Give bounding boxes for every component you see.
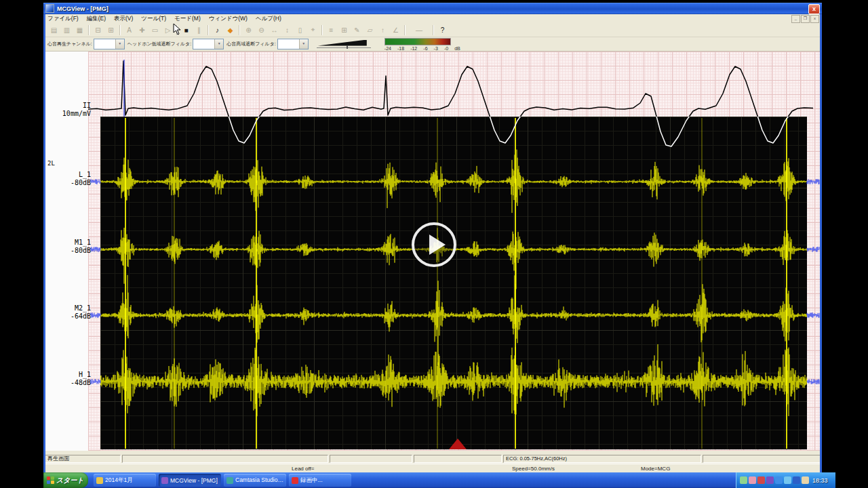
sound-highcut-filter-label: 心音高域遮断フィルタ: <box>226 41 276 47</box>
title-bar: MCGView - [PMG] x <box>43 3 822 14</box>
jump-button[interactable]: ↑ <box>376 24 389 36</box>
taskbar-task-1[interactable]: 2014年1月 <box>94 474 156 487</box>
grid-button[interactable]: ⊞ <box>338 24 351 36</box>
sound-toolbar: 心音再生チャンネル: ▼ ヘッドホン低域遮断フィルタ: ▼ 心音高域遮断フィルタ… <box>43 37 822 52</box>
db-scale: -24-18-12-6-3-0dB <box>384 46 460 51</box>
status-mode-cell: 再生画面 <box>45 455 121 463</box>
db-tick: -3 <box>434 46 438 51</box>
list-button[interactable]: ≡ <box>325 24 338 36</box>
event-marker-button[interactable]: ◆ <box>224 24 237 36</box>
tray-icon-8[interactable] <box>802 476 809 484</box>
add-marker-button[interactable]: ✚ <box>136 24 149 36</box>
ecg-lead-label: II 10mm/mV <box>47 102 91 118</box>
window-border-right <box>820 14 822 472</box>
chevron-down-icon[interactable]: ▼ <box>299 39 308 49</box>
tray-icon-1[interactable] <box>740 476 747 484</box>
tray-icon-3[interactable] <box>757 476 765 484</box>
taskbar-task-3[interactable]: Camtasia Studio - 無... <box>224 474 286 487</box>
task-buttons: 2014年1月MCGView - [PMG]Camtasia Studio - … <box>94 474 351 487</box>
pause-button[interactable]: ∥ <box>193 24 205 36</box>
sound-highcut-filter-combo[interactable]: ▼ <box>277 39 309 49</box>
status-lead: Lead off= <box>292 466 314 472</box>
taskbar-task-2[interactable]: MCGView - [PMG] <box>159 474 221 487</box>
mdi-restore-button[interactable]: ❐ <box>801 15 810 23</box>
taskbar-task-4[interactable]: 録画中... <box>289 474 351 487</box>
sound-play-button[interactable]: ♪ <box>211 24 224 36</box>
mouse-cursor-icon <box>173 23 181 35</box>
task-icon <box>161 477 168 484</box>
menu-item-6[interactable]: ウィンドウ(W) <box>205 15 252 23</box>
zoom-out-button[interactable]: ⊖ <box>255 24 268 36</box>
mdi-minimize-button[interactable]: _ <box>791 15 800 23</box>
main-toolbar: ▤▥▦⊟⊞A✚▭▷■∥♪◆⊕⊖↔↕▯⌖≡⊞✎▱↑∠—? <box>43 23 822 37</box>
zoom-in-button[interactable]: ⊕ <box>242 24 255 36</box>
sound-channel-label: 心音再生チャンネル: <box>47 41 92 47</box>
play-icon <box>429 235 446 255</box>
target-button[interactable]: ⌖ <box>307 24 319 36</box>
channel-label-M2: M2_1 -64dB <box>47 304 91 321</box>
new-button[interactable]: ▤ <box>47 24 60 36</box>
help-button[interactable]: ? <box>436 24 449 36</box>
start-button[interactable]: スタート <box>43 472 88 488</box>
status-speed: Speed=50.0mm/s <box>512 466 555 472</box>
save-button[interactable]: ▦ <box>73 24 86 36</box>
db-tick: -18 <box>397 46 404 51</box>
volume-slider-handle[interactable] <box>347 45 348 49</box>
tray-icon-2[interactable] <box>749 476 756 484</box>
menu-item-2[interactable]: 編集(E) <box>83 15 110 23</box>
tray-icon-5[interactable] <box>775 476 783 484</box>
fit-height-button[interactable]: ↕ <box>281 24 294 36</box>
menu-item-1[interactable]: ファイル(F) <box>43 15 83 23</box>
db-tick: -0 <box>444 46 448 51</box>
open-button[interactable]: ▥ <box>60 24 73 36</box>
chevron-down-icon[interactable]: ▼ <box>115 39 124 49</box>
tray-icon-4[interactable] <box>766 476 774 484</box>
task-label: MCGView - [PMG] <box>170 477 218 484</box>
system-tray: 18:33 <box>736 472 835 488</box>
stop-button[interactable]: ■ <box>180 24 193 36</box>
menu-item-5[interactable]: モード(M) <box>170 15 205 23</box>
position-marker-icon <box>449 439 467 449</box>
db-tick: -6 <box>423 46 427 51</box>
mdi-close-button[interactable]: x <box>810 15 819 23</box>
toolbar-separator <box>119 25 121 35</box>
mdi-window-buttons: _ ❐ x <box>791 15 819 23</box>
tray-icon-7[interactable] <box>793 476 800 484</box>
print-button[interactable]: ⊟ <box>92 24 104 36</box>
status-bar-lower: Lead off= Speed=50.0mm/s Mode=MCG <box>43 464 822 473</box>
angle-button[interactable]: ∠ <box>389 24 402 36</box>
annotate-button[interactable]: ✎ <box>351 24 363 36</box>
video-play-button[interactable] <box>412 222 456 267</box>
group-label: 2L <box>47 160 55 167</box>
volume-slider[interactable] <box>318 40 367 49</box>
channel-label-L1: L_1 -80dB <box>47 171 91 187</box>
close-button[interactable]: x <box>808 4 820 14</box>
chevron-down-icon[interactable]: ▼ <box>214 39 223 49</box>
status-ecg-filter: ECG: 0.05-75Hz,AC(60Hz) <box>503 455 701 463</box>
toolbar-separator <box>208 25 209 35</box>
tray-icon-6[interactable] <box>784 476 791 484</box>
task-label: 2014年1月 <box>105 476 133 485</box>
headphone-filter-combo[interactable]: ▼ <box>193 39 224 49</box>
text-button[interactable]: A <box>123 24 136 36</box>
erase-button[interactable]: ▱ <box>363 24 376 36</box>
headphone-filter-label: ヘッドホン低域遮断フィルタ: <box>127 41 191 47</box>
select-box-button[interactable]: ▯ <box>294 24 307 36</box>
db-tick: dB <box>454 46 460 51</box>
fit-width-button[interactable]: ↔ <box>268 24 281 36</box>
toolbar-separator <box>88 25 90 35</box>
volume-wedge-icon <box>318 40 367 46</box>
menu-item-7[interactable]: ヘルプ(H) <box>252 15 285 23</box>
task-label: Camtasia Studio - 無... <box>235 476 283 485</box>
level-meter: -24-18-12-6-3-0dB <box>384 38 452 51</box>
channel-label-M1: M1_1 -80dB <box>47 239 91 255</box>
db-gradient-bar <box>384 38 451 45</box>
print-preview-button[interactable]: ⊞ <box>104 24 117 36</box>
chart-area[interactable]: II 10mm/mV 2L L_1 -80dB M1_1 -80dB M2_1 … <box>43 52 822 454</box>
windows-logo-icon <box>47 476 54 484</box>
menu-item-3[interactable]: 表示(V) <box>110 15 137 23</box>
ruler-button[interactable]: — <box>408 24 431 36</box>
range-select-button[interactable]: ▭ <box>149 24 161 36</box>
menu-item-4[interactable]: ツール(T) <box>137 15 170 23</box>
sound-channel-combo[interactable]: ▼ <box>94 39 125 49</box>
